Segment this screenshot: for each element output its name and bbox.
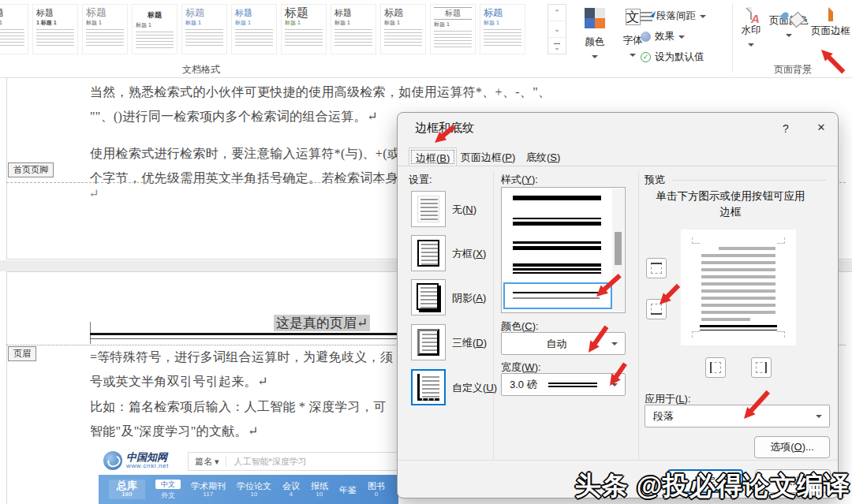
- group-separator: [732, 3, 733, 73]
- body-text-line: 号或英文半角双引号引起来。↵: [90, 374, 268, 390]
- setting-custom[interactable]: [411, 369, 446, 405]
- header-border-thin: [90, 338, 397, 339]
- paragraph-spacing-button[interactable]: 段落间距: [641, 9, 706, 23]
- style-gallery-item[interactable]: 标题标题 1: [132, 4, 178, 54]
- options-button[interactable]: 选项(O)...: [754, 436, 830, 458]
- preview-guide: [777, 237, 785, 244]
- effects-icon: [641, 32, 651, 42]
- apply-to-dropdown[interactable]: 段落: [645, 405, 830, 427]
- tab-shading[interactable]: 底纹(S): [520, 147, 566, 166]
- preview-text-line: [701, 304, 775, 307]
- divider: [493, 171, 494, 460]
- page-borders-icon: [828, 6, 833, 21]
- right-border-button[interactable]: [751, 357, 772, 378]
- style-gallery-item[interactable]: 标题标题 1: [380, 4, 426, 54]
- chevron-down-icon: [816, 415, 822, 418]
- tab-borders[interactable]: 边框(B): [409, 147, 457, 166]
- body-text-line: =等特殊符号，进行多词组合运算时，为避免歧义，须: [90, 349, 393, 366]
- style-option[interactable]: [513, 218, 601, 226]
- tab-page-border[interactable]: 页面边框(P): [454, 147, 521, 166]
- chevron-down-icon: [700, 15, 706, 18]
- gallery-more-button[interactable]: ⌄: [548, 38, 566, 54]
- preview-label: 预览: [645, 173, 665, 187]
- set-as-default-button[interactable]: ✓ 设为默认值: [641, 50, 704, 64]
- divider: [398, 166, 838, 166]
- fonts-icon: 文: [626, 9, 641, 25]
- setting-box[interactable]: [411, 235, 446, 271]
- preview-text-line: [701, 275, 775, 278]
- cnki-nav-item: 总库160: [109, 480, 145, 499]
- theme-colors-button[interactable]: 颜色: [578, 8, 611, 60]
- preview-text-line: [719, 247, 775, 250]
- body-text-line: ""、()进行同一检索项内多个检索词的组合运算。↵: [90, 109, 378, 125]
- ribbon: 标题标题 1 标题1 标题 1 标题标题 1 标题标题 1 标题标题 1 标题标…: [0, 0, 852, 78]
- chevron-down-icon: [611, 342, 618, 345]
- style-gallery-item[interactable]: 标题标题 1: [0, 4, 28, 54]
- top-border-button[interactable]: [646, 258, 667, 278]
- word-window: 当然，熟悉检索式的小伙伴可更快捷的使用高级检索，如使用运算符*、+、-、"、 "…: [0, 0, 852, 504]
- help-button[interactable]: ?: [776, 119, 795, 138]
- page-color-button[interactable]: 页面颜色: [768, 9, 810, 39]
- preview-text-line: [701, 254, 775, 257]
- chevron-down-icon: [592, 55, 598, 58]
- gallery-scroll-up-button[interactable]: ⌃: [548, 5, 566, 21]
- style-gallery-item[interactable]: 标题标题 1: [430, 4, 476, 54]
- preview-hint: 单击下方图示或使用按钮可应用边框: [652, 189, 809, 220]
- preview-canvas[interactable]: [681, 230, 796, 345]
- gallery-scroll-controls: ⌃ ⌄ ⌄: [547, 4, 566, 54]
- style-option[interactable]: [513, 196, 601, 200]
- gallery-scroll-down-button[interactable]: ⌄: [548, 21, 566, 38]
- setting-none[interactable]: [411, 191, 446, 227]
- cnki-nav-item: 图书0: [368, 481, 385, 498]
- embedded-cnki-screenshot[interactable]: 中国知网 www.cnki.net 篇名 ▾ 人工智能*深度学习 总库160 中…: [99, 448, 398, 504]
- style-gallery-item[interactable]: 标题标题 1: [181, 4, 227, 54]
- cnki-search-box: 篇名 ▾ 人工智能*深度学习: [188, 452, 398, 471]
- cnki-lang-toggle: 中文 外文: [155, 480, 181, 500]
- settings-label: 设置:: [409, 173, 432, 187]
- effects-button[interactable]: 效果: [641, 30, 685, 43]
- style-gallery-item[interactable]: 标题1 标题 1: [32, 4, 78, 54]
- chevron-down-icon: [786, 34, 792, 37]
- chevron-down-icon: [748, 43, 754, 47]
- setting-shadow[interactable]: [411, 279, 446, 315]
- style-gallery-item[interactable]: 标题标题 1: [82, 4, 128, 54]
- cnki-search-field-select: 篇名 ▾: [189, 456, 226, 468]
- preview-guide: [777, 331, 785, 338]
- divider: [398, 460, 838, 461]
- body-text-line: 当然，熟悉检索式的小伙伴可更快捷的使用高级检索，如使用运算符*、+、-、"、: [90, 84, 551, 101]
- header-tag: 页眉: [8, 346, 36, 361]
- toutiao-watermark: 头条 @投必得论文编译: [575, 469, 850, 504]
- width-line-sample: [548, 381, 597, 389]
- preview-text-line: [701, 282, 775, 286]
- style-gallery-item[interactable]: 标题标题 1: [480, 4, 525, 54]
- setting-3d[interactable]: [411, 324, 446, 360]
- page-borders-button[interactable]: 页面边框: [809, 8, 852, 38]
- cnki-logo-icon: [103, 451, 122, 470]
- preview-bottom-border-thin: [700, 330, 777, 330]
- style-gallery-item[interactable]: 标题标题 1: [281, 4, 327, 54]
- watermark-button[interactable]: A 水印: [735, 8, 767, 48]
- preview-text-line: [701, 311, 775, 314]
- body-text-line: 智能"及"深度学习"的文献。↵: [90, 424, 259, 440]
- style-option[interactable]: [513, 241, 601, 250]
- cnki-nav-item: 学术期刊117: [191, 481, 226, 498]
- cnki-logo: 中国知网 www.cnki.net: [103, 451, 169, 470]
- pilcrow-mark: ↵: [88, 186, 99, 201]
- cnki-site-name: 中国知网: [126, 452, 169, 462]
- style-gallery-item[interactable]: 标题标题 1: [231, 4, 277, 54]
- left-border-button[interactable]: [705, 357, 726, 378]
- close-icon[interactable]: ✕: [809, 117, 833, 139]
- divider: [638, 171, 639, 460]
- body-text-line: 个字节，优先级需用英文半角括号确定。若检索词本身含: [90, 170, 412, 187]
- style-gallery-item[interactable]: 标题标题 1: [331, 4, 376, 54]
- borders-and-shading-dialog: 边框和底纹 ? ✕ 边框(B) 页面边框(P) 底纹(S) 设置: 无(N) 方…: [397, 112, 839, 498]
- colors-icon: [585, 8, 605, 28]
- check-circle-icon: ✓: [641, 52, 651, 62]
- preview-text-line: [701, 261, 775, 264]
- setting-custom-label: 自定义(U): [452, 381, 497, 395]
- width-dropdown[interactable]: 3.0 磅: [501, 373, 626, 396]
- style-list-scrollbar[interactable]: [612, 189, 624, 312]
- style-option[interactable]: [513, 263, 601, 274]
- scrollbar-thumb[interactable]: [615, 232, 622, 265]
- preview-text-line: [701, 289, 775, 293]
